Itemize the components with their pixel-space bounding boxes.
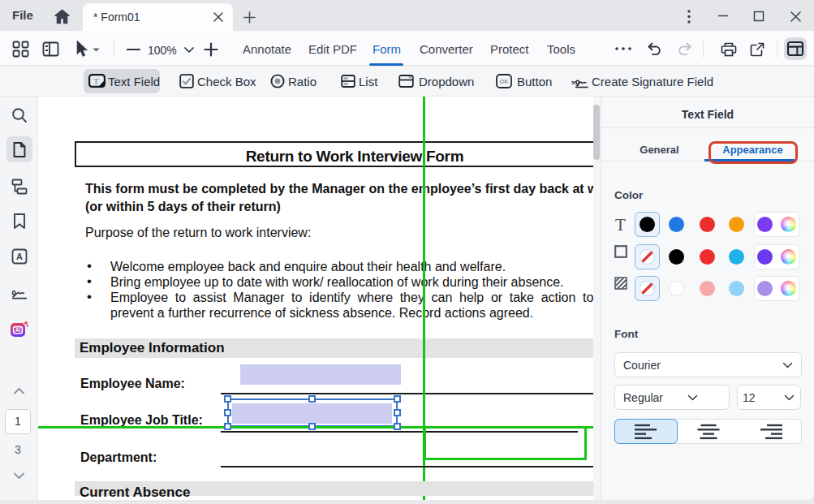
svg-text:A: A bbox=[16, 252, 23, 261]
svg-text:T: T bbox=[93, 76, 100, 86]
svg-text:OK: OK bbox=[499, 78, 509, 85]
svg-text:AI: AI bbox=[15, 327, 21, 333]
